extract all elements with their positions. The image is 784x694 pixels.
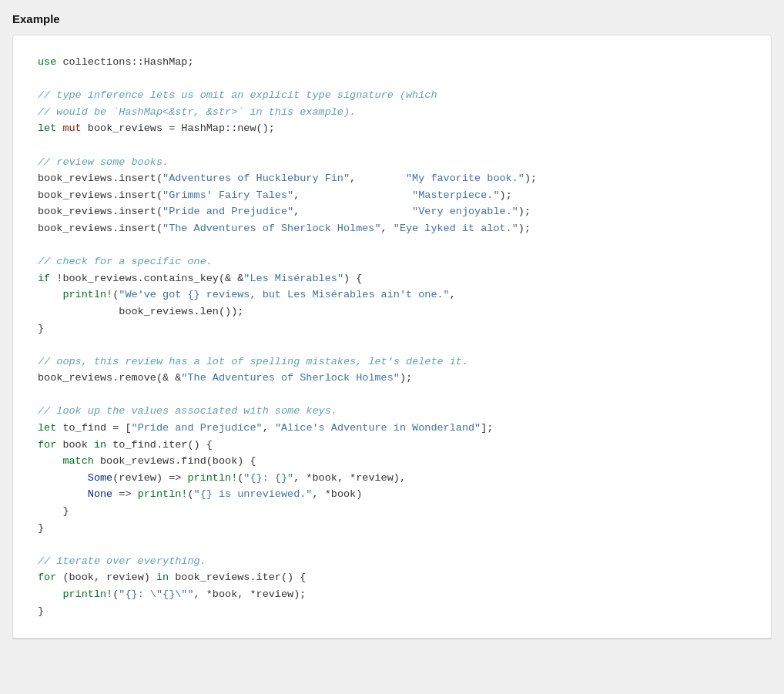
example-section: Example use collections::HashMap; // typ… <box>12 12 772 639</box>
code-box: use collections::HashMap; // type infere… <box>12 35 772 639</box>
bottom-divider <box>12 639 772 639</box>
example-label: Example <box>12 12 772 25</box>
